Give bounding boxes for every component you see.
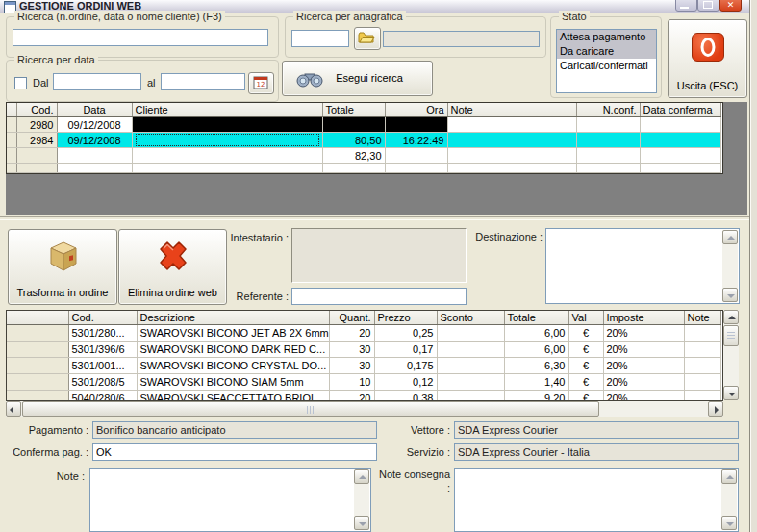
orders-header-cell[interactable]: Note (447, 103, 576, 117)
uscita-button[interactable]: Uscita (ESC) (668, 19, 747, 98)
referente-input[interactable] (291, 288, 467, 305)
note-consegna-scrollbar[interactable] (721, 469, 737, 530)
orders-header-cell[interactable]: Cod. (16, 103, 57, 117)
order-cod-cell: 2984 (16, 133, 57, 148)
items-header-cell[interactable] (7, 311, 68, 325)
stato-option[interactable]: Da caricare (557, 44, 656, 59)
item-descr-cell: SWAROVSKI BICONO DARK RED C... (137, 342, 329, 358)
row-selector-cell[interactable] (7, 117, 16, 133)
close-button[interactable]: ✕ (719, 0, 742, 12)
redaction-box (136, 134, 319, 146)
orders-header-cell[interactable]: Cliente (132, 103, 322, 117)
scroll-up-button[interactable] (722, 230, 738, 244)
calendar-button[interactable]: 12 (248, 72, 274, 94)
order-row[interactable]: 2984 09/12/2008 80,50 16:22:49 (7, 133, 720, 148)
conferma-pag-input[interactable] (92, 443, 377, 461)
anagrafica-code-input[interactable] (291, 30, 349, 47)
item-row[interactable]: 5040/280/6 SWAROVSKI SFACCETTATO BRIOL..… (7, 391, 720, 402)
date-from-input[interactable] (53, 73, 141, 90)
item-descr-cell: SWAROVSKI BICONO JET AB 2X 6mm (137, 325, 329, 342)
hscroll-right-button[interactable] (708, 401, 723, 417)
orders-header-cell[interactable]: Data conferma (640, 103, 720, 117)
items-hscrollbar[interactable] (6, 401, 723, 417)
row-selector-cell[interactable] (7, 148, 16, 164)
destinazione-textarea[interactable] (545, 228, 740, 304)
item-selector-cell[interactable] (7, 391, 68, 402)
items-header-cell[interactable]: Totale (504, 311, 568, 325)
items-header-cell[interactable]: Val (568, 311, 603, 325)
item-row[interactable]: 5301/001... SWAROVSKI BICONO CRYSTAL DO.… (7, 358, 720, 374)
stato-group: Stato Attesa pagamento Da caricare Caric… (550, 16, 662, 98)
orders-header-cell[interactable] (7, 103, 16, 117)
orders-header-cell[interactable]: Totale (322, 103, 385, 117)
date-to-input[interactable] (161, 73, 245, 90)
trasforma-in-ordine-button[interactable]: Trasforma in ordine (8, 229, 117, 305)
item-currency-cell: € (568, 391, 603, 402)
stato-option[interactable]: Attesa pagamento (557, 30, 656, 44)
stato-option[interactable]: Caricati/confermati (557, 59, 656, 73)
search-order-input[interactable] (13, 29, 268, 46)
scroll-down-button[interactable] (722, 288, 738, 302)
note-consegna-textarea[interactable] (454, 468, 739, 532)
note-scrollbar[interactable] (354, 469, 369, 530)
orders-header-cell[interactable]: Ora (385, 103, 447, 117)
thumb-grip (307, 406, 314, 414)
elimina-ordine-web-button[interactable]: Elimina ordine web (118, 229, 227, 305)
note-label: Note : (0, 470, 85, 483)
scroll-down-button[interactable] (721, 516, 737, 530)
item-total-cell: 6,00 (504, 325, 568, 342)
item-note-cell (684, 391, 720, 402)
orders-header-cell[interactable]: Data (57, 103, 132, 117)
vscroll-up-button[interactable] (723, 310, 739, 324)
maximize-button[interactable] (697, 0, 719, 12)
item-selector-cell[interactable] (7, 358, 68, 374)
items-header-cell[interactable]: Sconto (437, 311, 504, 325)
dal-checkbox[interactable] (14, 77, 27, 89)
order-row[interactable]: 2980 09/12/2008 (7, 117, 720, 133)
orders-grid-background: Cod.DataClienteTotaleOraNoteN.conf.Data … (6, 102, 747, 215)
items-header-cell[interactable]: Cod. (68, 311, 137, 325)
stato-listbox[interactable]: Attesa pagamento Da caricare Caricati/co… (556, 29, 657, 93)
order-row[interactable]: 82,30 (7, 148, 720, 164)
item-row[interactable]: 5301/280... SWAROVSKI BICONO JET AB 2X 6… (7, 325, 720, 342)
item-selector-cell[interactable] (7, 374, 68, 391)
item-price-cell: 0,38 (374, 391, 437, 402)
arrow-right-icon (715, 406, 719, 414)
items-header-cell[interactable]: Imposte (603, 311, 684, 325)
arrow-down-icon (726, 522, 734, 526)
search-date-group: Ricerca per data Dal al 12 (6, 60, 279, 102)
referente-label: Referente : (219, 291, 289, 303)
anagrafica-lookup-button[interactable] (354, 27, 381, 50)
items-header-cell[interactable]: Descrizione (137, 311, 329, 325)
hscroll-left-button[interactable] (6, 401, 21, 417)
note-textarea[interactable] (89, 468, 371, 532)
scroll-up-button[interactable] (721, 469, 737, 484)
order-note-cell (447, 117, 576, 133)
item-selector-cell[interactable] (7, 325, 68, 342)
destinazione-scrollbar[interactable] (722, 230, 738, 302)
search-date-group-label: Ricerca per data (14, 54, 98, 66)
red-x-icon (154, 240, 192, 274)
scroll-down-button[interactable] (354, 516, 369, 530)
item-selector-cell[interactable] (7, 342, 68, 358)
vscroll-thumb[interactable] (723, 325, 739, 346)
minimize-button[interactable] (675, 0, 697, 12)
conferma-pag-label: Conferma pag. : (0, 446, 88, 459)
items-header-cell[interactable]: Prezzo (374, 311, 437, 325)
hscroll-thumb[interactable] (22, 401, 599, 417)
scroll-up-button[interactable] (354, 469, 369, 484)
vscroll-down-button[interactable] (723, 386, 739, 400)
items-header-cell[interactable]: Note (684, 311, 720, 325)
item-row[interactable]: 5301/396/6 SWAROVSKI BICONO DARK RED C..… (7, 342, 720, 358)
item-cod-cell: 5301/001... (68, 358, 137, 374)
search-order-group-label: Ricerca (n.ordine, data o nome cliente) … (14, 11, 225, 23)
row-selector-cell[interactable] (7, 133, 16, 148)
item-currency-cell: € (568, 342, 603, 358)
items-vscrollbar[interactable] (723, 310, 739, 400)
orders-header-cell[interactable]: N.conf. (576, 103, 640, 117)
item-disc-cell (437, 342, 504, 358)
items-header-cell[interactable]: Quant. (329, 311, 374, 325)
uscita-button-label: Uscita (ESC) (669, 80, 746, 91)
item-row[interactable]: 5301/208/5 SWAROVSKI BICONO SIAM 5mm 10 … (7, 374, 720, 391)
esegui-ricerca-button[interactable]: Esegui ricerca (282, 61, 433, 96)
